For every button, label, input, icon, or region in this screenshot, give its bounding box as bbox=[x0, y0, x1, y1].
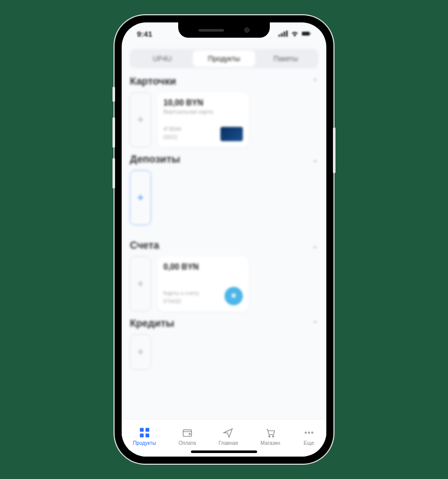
nav-label: Магазин bbox=[261, 440, 281, 446]
svg-rect-4 bbox=[302, 32, 310, 36]
notch-speaker bbox=[199, 29, 224, 32]
section-title-cards: Карточки bbox=[130, 75, 176, 87]
add-card-button[interactable]: + bbox=[130, 92, 151, 147]
credits-row: + bbox=[130, 334, 318, 370]
grid-icon bbox=[138, 427, 151, 439]
card-subtitle: Виртуальная карта bbox=[163, 109, 243, 115]
svg-point-15 bbox=[308, 432, 310, 433]
section-header-deposits[interactable]: Депозиты ⌄ bbox=[130, 153, 318, 165]
card-amount: 10,00 BYN bbox=[163, 98, 243, 108]
signal-icon bbox=[278, 30, 288, 38]
svg-point-12 bbox=[269, 435, 270, 437]
section-header-credits[interactable]: Кредиты ⌃ bbox=[130, 317, 318, 329]
tab-up4u[interactable]: UP4U bbox=[131, 50, 193, 67]
plus-icon: + bbox=[137, 345, 144, 359]
svg-point-13 bbox=[272, 435, 274, 437]
svg-point-14 bbox=[305, 432, 306, 433]
chevron-up-icon: ⌃ bbox=[312, 77, 318, 86]
more-icon bbox=[303, 427, 315, 439]
svg-rect-9 bbox=[146, 433, 149, 437]
phone-frame: 9:41 UP4U Продукты Пакеты К bbox=[115, 15, 333, 464]
account-amount: 0,00 BYN bbox=[163, 262, 243, 272]
account-number: 5*5432 bbox=[163, 298, 199, 305]
card-thumbnail-icon bbox=[220, 127, 243, 141]
tab-products[interactable]: Продукты bbox=[193, 50, 255, 67]
wifi-icon bbox=[290, 30, 299, 38]
nav-label: Продукты bbox=[133, 440, 156, 446]
card-expiry: 03/22 bbox=[163, 134, 181, 141]
svg-rect-3 bbox=[286, 31, 288, 37]
phone-power-button bbox=[333, 127, 335, 173]
account-meta: Карты к счету 5*5432 bbox=[163, 289, 199, 305]
app-content: UP4U Продукты Пакеты Карточки ⌃ + 10,00 … bbox=[122, 45, 326, 419]
phone-mute-switch bbox=[113, 87, 115, 102]
plus-icon: + bbox=[137, 277, 144, 290]
nav-more[interactable]: Еще bbox=[303, 427, 315, 446]
card-meta: 4*3044 03/22 bbox=[163, 125, 181, 141]
add-account-button[interactable]: + bbox=[130, 256, 151, 311]
notch-camera bbox=[244, 28, 249, 33]
section-title-accounts: Счета bbox=[130, 240, 159, 251]
plus-icon: + bbox=[137, 191, 144, 204]
section-title-deposits: Депозиты bbox=[130, 153, 180, 165]
phone-notch bbox=[178, 22, 270, 38]
svg-point-16 bbox=[312, 432, 313, 433]
home-indicator[interactable] bbox=[191, 450, 257, 453]
account-subtitle: Карты к счету bbox=[163, 289, 199, 297]
battery-icon bbox=[302, 30, 311, 38]
add-deposit-button[interactable]: + bbox=[130, 170, 151, 225]
svg-rect-10 bbox=[183, 430, 192, 436]
deposits-row: + bbox=[130, 170, 318, 225]
send-icon bbox=[222, 427, 234, 439]
chevron-down-icon: ⌄ bbox=[312, 242, 318, 250]
svg-rect-5 bbox=[310, 33, 311, 34]
add-credit-button[interactable]: + bbox=[130, 334, 151, 370]
cart-icon bbox=[264, 427, 276, 439]
svg-rect-7 bbox=[146, 428, 149, 431]
plus-icon: + bbox=[137, 113, 144, 126]
segment-tabs: UP4U Продукты Пакеты bbox=[130, 49, 318, 68]
nav-products[interactable]: Продукты bbox=[133, 427, 156, 446]
nav-label: Главная bbox=[218, 440, 238, 446]
svg-rect-0 bbox=[278, 35, 280, 37]
section-title-credits: Кредиты bbox=[130, 317, 174, 329]
account-item[interactable]: 0,00 BYN Карты к счету 5*5432 bbox=[157, 256, 249, 311]
svg-point-11 bbox=[189, 433, 190, 435]
nav-payment[interactable]: Оплата bbox=[179, 427, 196, 446]
phone-volume-up bbox=[113, 117, 115, 148]
card-item[interactable]: 10,00 BYN Виртуальная карта 4*3044 03/22 bbox=[157, 92, 249, 147]
phone-volume-down bbox=[113, 158, 115, 189]
nav-shop[interactable]: Магазин bbox=[261, 427, 281, 446]
card-number: 4*3044 bbox=[163, 125, 181, 133]
phone-screen: 9:41 UP4U Продукты Пакеты К bbox=[122, 22, 326, 457]
cards-row: + 10,00 BYN Виртуальная карта 4*3044 03/… bbox=[130, 92, 318, 147]
svg-rect-8 bbox=[140, 433, 144, 437]
section-header-cards[interactable]: Карточки ⌃ bbox=[130, 75, 318, 87]
svg-rect-6 bbox=[140, 428, 144, 431]
nav-label: Оплата bbox=[179, 440, 196, 446]
nav-home[interactable]: Главная bbox=[218, 427, 238, 446]
svg-rect-2 bbox=[284, 32, 285, 37]
wallet-icon bbox=[181, 427, 193, 439]
section-header-accounts[interactable]: Счета ⌄ bbox=[130, 240, 318, 251]
chevron-down-icon: ⌄ bbox=[312, 155, 318, 164]
accounts-row: + 0,00 BYN Карты к счету 5*5432 bbox=[130, 256, 318, 311]
svg-rect-1 bbox=[281, 33, 283, 37]
chevron-up-icon: ⌃ bbox=[312, 320, 318, 328]
account-circle-icon bbox=[225, 287, 243, 305]
tab-packages[interactable]: Пакеты bbox=[255, 50, 317, 67]
status-time: 9:41 bbox=[137, 30, 152, 38]
nav-label: Еще bbox=[304, 440, 314, 446]
